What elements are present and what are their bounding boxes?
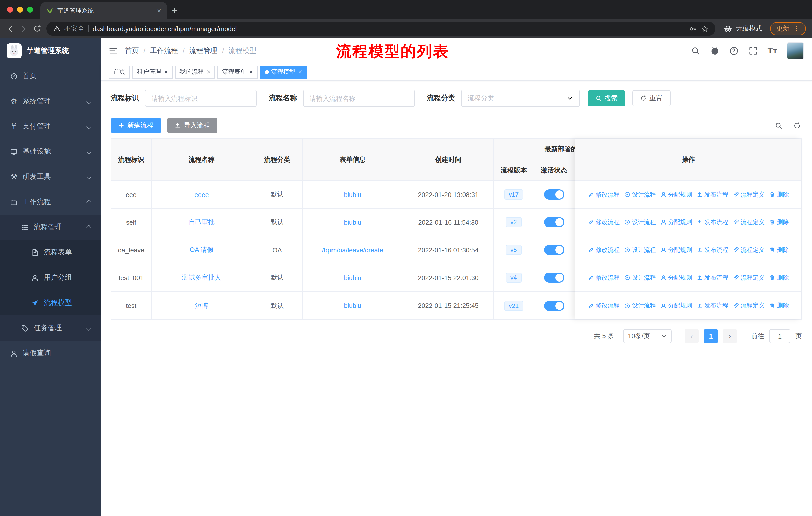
active-toggle[interactable] — [544, 301, 564, 311]
tag-tenant[interactable]: 租户管理× — [133, 65, 172, 78]
fullscreen-button[interactable] — [749, 46, 758, 55]
process-name-link[interactable]: OA 请假 — [190, 245, 213, 254]
action-edit-link[interactable]: 修改流程 — [588, 273, 620, 282]
action-definition-link[interactable]: 流程定义 — [733, 218, 765, 226]
sidebar-item-system[interactable]: ⚙系统管理 — [0, 89, 101, 114]
breadcrumb-item[interactable]: 工作流程 — [150, 46, 178, 55]
sidebar-item-payment[interactable]: ¥支付管理 — [0, 114, 101, 139]
action-definition-link[interactable]: 流程定义 — [733, 190, 765, 199]
action-assign-link[interactable]: 分配规则 — [661, 273, 692, 282]
action-definition-link[interactable]: 流程定义 — [733, 273, 765, 282]
tag-my-process[interactable]: 我的流程× — [175, 65, 215, 78]
window-close-button[interactable] — [7, 6, 13, 12]
form-info-link[interactable]: biubiu — [344, 274, 361, 281]
bookmark-star-button[interactable] — [701, 25, 708, 32]
forward-button[interactable] — [20, 24, 28, 33]
action-delete-link[interactable]: 删除 — [769, 273, 789, 282]
sidebar-item-workflow[interactable]: 工作流程 — [0, 189, 101, 215]
window-zoom-button[interactable] — [27, 6, 33, 12]
sidebar-item-user-group[interactable]: 用户分组 — [0, 265, 101, 290]
form-info-link[interactable]: biubiu — [344, 302, 361, 309]
version-badge[interactable]: v17 — [504, 189, 523, 199]
action-deploy-link[interactable]: 发布流程 — [697, 190, 728, 199]
next-page-button[interactable]: › — [723, 329, 737, 343]
process-name-input[interactable] — [303, 90, 415, 107]
form-info-link[interactable]: biubiu — [344, 191, 361, 198]
process-name-link[interactable]: 滔博 — [195, 301, 208, 310]
action-deploy-link[interactable]: 发布流程 — [697, 246, 728, 254]
action-definition-link[interactable]: 流程定义 — [733, 246, 765, 254]
sidebar-item-infra[interactable]: 基础设施 — [0, 139, 101, 164]
tag-close-icon[interactable]: × — [298, 68, 302, 76]
sidebar-item-task-mgmt[interactable]: 任务管理 — [0, 316, 101, 341]
back-button[interactable] — [6, 24, 14, 33]
action-assign-link[interactable]: 分配规则 — [661, 301, 692, 310]
tag-process-form[interactable]: 流程表单× — [218, 65, 258, 78]
window-minimize-button[interactable] — [17, 6, 23, 12]
action-delete-link[interactable]: 删除 — [769, 246, 789, 254]
prev-page-button[interactable]: ‹ — [685, 329, 699, 343]
user-avatar[interactable] — [787, 42, 804, 59]
breadcrumb-item[interactable]: 流程管理 — [189, 46, 218, 55]
action-design-link[interactable]: 设计流程 — [624, 301, 656, 310]
action-deploy-link[interactable]: 发布流程 — [697, 301, 728, 310]
sidebar-collapse-button[interactable] — [109, 46, 118, 55]
form-info-link[interactable]: biubiu — [344, 218, 361, 226]
tag-close-icon[interactable]: × — [207, 68, 210, 76]
version-badge[interactable]: v21 — [504, 301, 523, 311]
action-deploy-link[interactable]: 发布流程 — [697, 273, 728, 282]
sidebar-item-process-form[interactable]: 流程表单 — [0, 240, 101, 265]
tag-home[interactable]: 首页 — [109, 65, 130, 78]
active-toggle[interactable] — [544, 189, 564, 199]
action-design-link[interactable]: 设计流程 — [624, 218, 656, 226]
page-size-select[interactable]: 10条/页 — [623, 329, 671, 343]
tab-close-icon[interactable]: × — [157, 6, 161, 15]
password-key-button[interactable] — [689, 25, 697, 32]
refresh-table-button[interactable] — [793, 122, 801, 129]
form-info-link[interactable]: /bpm/oa/leave/create — [322, 246, 383, 254]
tag-close-icon[interactable]: × — [249, 68, 253, 76]
sidebar-item-home[interactable]: 首页 — [0, 63, 101, 89]
action-assign-link[interactable]: 分配规则 — [661, 246, 692, 254]
search-button[interactable]: 搜索 — [588, 90, 625, 106]
action-delete-link[interactable]: 删除 — [769, 218, 789, 226]
action-assign-link[interactable]: 分配规则 — [661, 218, 692, 226]
app-logo[interactable]: 芋道管理系统 — [0, 38, 101, 63]
version-badge[interactable]: v5 — [506, 245, 521, 255]
tag-process-model[interactable]: 流程模型× — [260, 65, 307, 78]
create-process-button[interactable]: 新建流程 — [111, 118, 161, 133]
action-design-link[interactable]: 设计流程 — [624, 190, 656, 199]
sidebar-item-process-model[interactable]: 流程模型 — [0, 290, 101, 316]
current-page-button[interactable]: 1 — [704, 329, 718, 343]
process-name-link[interactable]: eeee — [194, 191, 209, 198]
action-edit-link[interactable]: 修改流程 — [588, 190, 620, 199]
github-button[interactable] — [710, 46, 719, 55]
help-button[interactable] — [729, 46, 738, 55]
reset-button[interactable]: 重置 — [632, 90, 671, 106]
address-bar[interactable]: 不安全 dashboard.yudao.iocoder.cn/bpm/manag… — [46, 22, 715, 36]
action-edit-link[interactable]: 修改流程 — [588, 246, 620, 254]
active-toggle[interactable] — [544, 245, 564, 255]
new-tab-button[interactable]: + — [167, 3, 182, 18]
header-search-button[interactable] — [691, 46, 700, 55]
version-badge[interactable]: v4 — [506, 273, 521, 283]
process-name-link[interactable]: 测试多审批人 — [182, 273, 221, 282]
active-toggle[interactable] — [544, 217, 564, 227]
breadcrumb-item[interactable]: 首页 — [125, 46, 139, 55]
sidebar-item-process-mgmt[interactable]: 流程管理 — [0, 215, 101, 240]
toggle-search-button[interactable] — [775, 122, 782, 129]
action-delete-link[interactable]: 删除 — [769, 301, 789, 310]
action-edit-link[interactable]: 修改流程 — [588, 218, 620, 226]
import-process-button[interactable]: 导入流程 — [167, 118, 218, 133]
tag-close-icon[interactable]: × — [164, 68, 168, 76]
version-badge[interactable]: v2 — [506, 217, 521, 227]
sidebar-item-devtools[interactable]: ⚒研发工具 — [0, 164, 101, 189]
active-toggle[interactable] — [544, 273, 564, 283]
action-definition-link[interactable]: 流程定义 — [733, 301, 765, 310]
action-design-link[interactable]: 设计流程 — [624, 273, 656, 282]
update-button[interactable]: 更新 — [770, 22, 806, 35]
browser-tab[interactable]: 芋道管理系统 × — [40, 2, 167, 19]
goto-page-input[interactable] — [769, 329, 790, 343]
action-design-link[interactable]: 设计流程 — [624, 246, 656, 254]
process-id-input[interactable] — [145, 90, 257, 107]
